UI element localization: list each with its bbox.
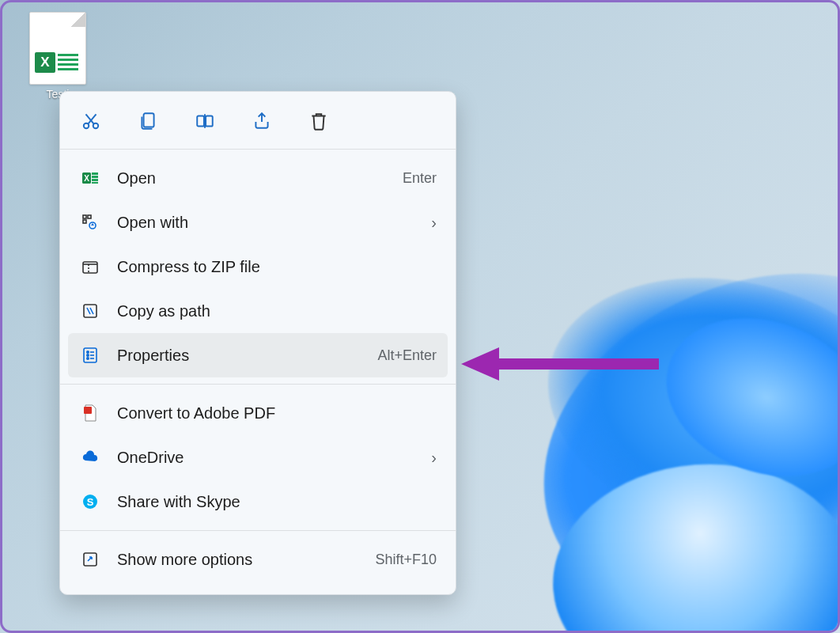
rename-icon <box>195 111 215 131</box>
delete-button[interactable] <box>307 109 331 133</box>
menu-item-convert-pdf[interactable]: Convert to Adobe PDF <box>68 391 448 435</box>
svg-point-1 <box>93 123 99 129</box>
share-button[interactable] <box>250 109 274 133</box>
menu-item-label: Compress to ZIP file <box>117 258 437 276</box>
cut-icon <box>81 111 101 131</box>
svg-rect-9 <box>92 179 98 181</box>
menu-item-show-more[interactable]: Show more options Shift+F10 <box>68 537 448 582</box>
svg-point-19 <box>87 354 89 356</box>
menu-item-share-skype[interactable]: S Share with Skype <box>68 479 448 524</box>
svg-rect-3 <box>197 116 204 127</box>
cut-button[interactable] <box>79 109 103 133</box>
menu-item-copy-path[interactable]: Copy as path <box>68 289 448 333</box>
menu-item-shortcut: Enter <box>403 170 437 187</box>
zip-icon <box>79 256 101 278</box>
properties-icon <box>79 344 101 366</box>
onedrive-icon <box>79 446 101 468</box>
menu-item-label: Convert to Adobe PDF <box>117 404 437 423</box>
rename-button[interactable] <box>193 109 217 133</box>
excel-file-icon: X <box>29 12 86 85</box>
more-icon <box>79 548 101 570</box>
menu-item-open[interactable]: X Open Enter <box>68 156 448 200</box>
svg-rect-2 <box>144 113 154 127</box>
menu-item-label: Open <box>117 169 403 188</box>
menu-group-2: Convert to Adobe PDF OneDrive › S Share … <box>60 385 456 530</box>
menu-item-label: Open with <box>117 214 431 232</box>
svg-point-18 <box>87 351 89 353</box>
svg-text:X: X <box>84 174 89 183</box>
menu-item-label: Show more options <box>117 551 375 569</box>
copy-button[interactable] <box>136 109 160 133</box>
svg-point-0 <box>84 123 89 129</box>
open-with-icon <box>79 211 101 233</box>
context-action-bar <box>60 92 456 149</box>
menu-item-label: Properties <box>117 347 377 365</box>
svg-rect-21 <box>84 407 92 414</box>
excel-icon: X <box>79 167 101 189</box>
svg-rect-8 <box>92 176 98 178</box>
share-icon <box>252 111 272 131</box>
copy-path-icon <box>79 300 101 322</box>
skype-icon: S <box>79 491 101 513</box>
menu-item-shortcut: Alt+Enter <box>377 347 437 364</box>
svg-rect-13 <box>83 220 86 223</box>
svg-rect-16 <box>84 305 96 317</box>
menu-item-label: OneDrive <box>117 449 431 467</box>
menu-item-open-with[interactable]: Open with › <box>68 200 448 244</box>
svg-rect-7 <box>92 172 98 175</box>
svg-text:S: S <box>87 496 94 508</box>
pdf-icon <box>79 402 101 424</box>
svg-rect-10 <box>92 182 98 184</box>
menu-item-compress-zip[interactable]: Compress to ZIP file <box>68 244 448 289</box>
svg-point-20 <box>87 358 89 359</box>
wallpaper-swirl <box>411 188 840 633</box>
menu-item-properties[interactable]: Properties Alt+Enter <box>68 333 448 377</box>
chevron-right-icon: › <box>431 214 437 232</box>
menu-group-3: Show more options Shift+F10 <box>60 531 456 588</box>
menu-item-label: Copy as path <box>117 302 437 320</box>
annotation-arrow <box>461 343 659 385</box>
svg-rect-12 <box>88 215 91 218</box>
menu-item-label: Share with Skype <box>117 493 437 511</box>
menu-item-onedrive[interactable]: OneDrive › <box>68 435 448 479</box>
svg-rect-11 <box>83 215 86 218</box>
copy-icon <box>138 111 158 131</box>
menu-group-1: X Open Enter Open with › Compress to ZIP… <box>60 150 456 384</box>
svg-marker-26 <box>461 347 499 381</box>
desktop-file-excel[interactable]: X Testi <box>20 12 96 100</box>
delete-icon <box>308 111 329 131</box>
svg-rect-4 <box>206 116 213 127</box>
chevron-right-icon: › <box>431 449 437 467</box>
menu-item-shortcut: Shift+F10 <box>375 552 437 568</box>
svg-rect-15 <box>83 262 97 273</box>
context-menu: X Open Enter Open with › Compress to ZIP… <box>59 91 456 595</box>
